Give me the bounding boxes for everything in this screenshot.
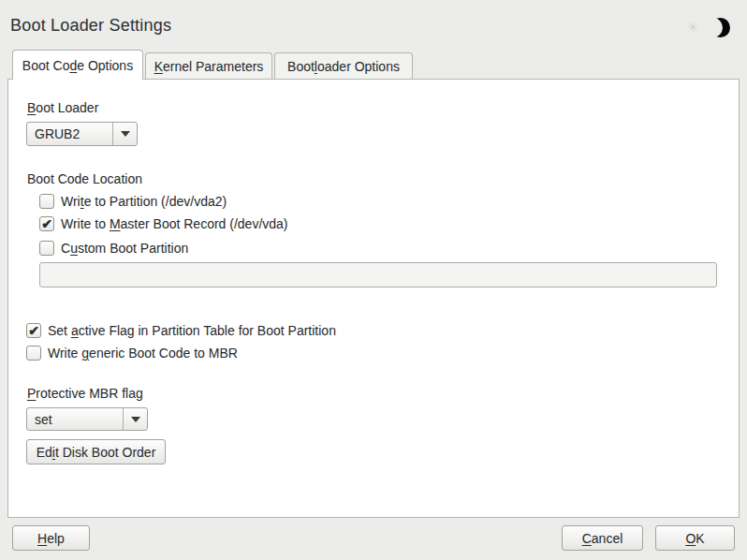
boot-loader-label: Boot Loader [27,100,98,116]
tab-bootloader-options[interactable]: Bootloader Options [274,52,413,80]
button-label: Edit Disk Boot Order [37,445,156,460]
page-title: Boot Loader Settings [10,16,171,36]
button-label: OK [685,531,704,546]
checkbox-set-active-flag[interactable]: ✔ Set active Flag in Partition Table for… [26,322,336,339]
custom-boot-partition-input[interactable] [39,262,717,287]
checkbox-label: Set active Flag in Partition Table for B… [48,323,336,338]
checkbox-label: Custom Boot Partition [61,241,188,256]
tab-boot-code-options[interactable]: Boot Code Options [12,50,143,80]
boot-loader-selected-value: GRUB2 [27,126,112,141]
checkbox-write-to-mbr[interactable]: ✔ Write to Master Boot Record (/dev/vda) [39,215,288,232]
boot-code-options-panel: Boot Loader GRUB2 Boot Code Location Wri… [7,79,740,518]
edit-disk-boot-order-button[interactable]: Edit Disk Boot Order [26,439,166,464]
boot-code-location-label: Boot Code Location [27,171,142,187]
moon-icon [710,18,730,37]
chevron-down-icon [112,123,137,145]
checkbox-write-generic-boot-code[interactable]: Write generic Boot Code to MBR [26,345,238,361]
checkbox-box[interactable] [26,346,41,361]
cancel-button[interactable]: Cancel [562,525,643,551]
tab-kernel-parameters[interactable]: Kernel Parameters [145,52,272,80]
protective-mbr-label: Protective MBR flag [27,386,143,402]
tab-label: Bootloader Options [287,59,400,74]
checkbox-label: Write to Master Boot Record (/dev/vda) [61,216,288,231]
checkbox-box[interactable]: ✔ [26,323,41,338]
tab-label: Boot Code Options [22,58,133,73]
checkbox-label: Write generic Boot Code to MBR [48,346,238,361]
button-label: Cancel [582,531,623,546]
chevron-down-icon [123,408,147,430]
checkbox-box[interactable] [39,194,54,209]
help-button[interactable]: Help [12,525,90,551]
checkbox-box[interactable]: ✔ [39,216,54,231]
sun-icon: ☀ [687,20,699,35]
tab-label: Kernel Parameters [154,59,264,74]
checkbox-write-to-partition[interactable]: Write to Partition (/dev/vda2) [39,193,227,210]
boot-loader-settings-dialog: Boot Loader Settings ☀ Boot Code Options… [0,0,747,560]
protective-mbr-select[interactable]: set [26,407,148,431]
checkbox-custom-boot-partition[interactable]: Custom Boot Partition [39,240,188,257]
ok-button[interactable]: OK [655,525,735,551]
theme-toggle[interactable]: ☀ [687,18,732,38]
checkbox-box[interactable] [39,241,54,256]
checkbox-label: Write to Partition (/dev/vda2) [61,194,227,209]
boot-loader-select[interactable]: GRUB2 [26,122,138,146]
button-label: Help [37,531,65,546]
protective-mbr-selected-value: set [27,412,123,427]
